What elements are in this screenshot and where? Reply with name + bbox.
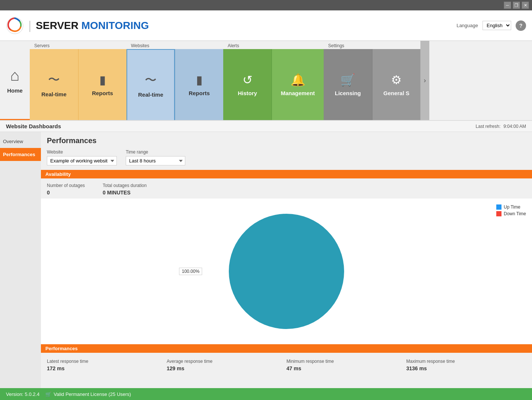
- website-form-group: Website Example of working websit: [47, 149, 117, 165]
- header-right: Language English ?: [456, 20, 526, 31]
- language-label: Language: [456, 23, 478, 28]
- title-bar: ─ ❐ ✕: [0, 0, 532, 10]
- availability-stats: Number of outages 0 Total outages durati…: [41, 181, 532, 199]
- close-button[interactable]: ✕: [522, 1, 529, 9]
- last-refresh-time: 9:04:00 AM: [503, 124, 526, 129]
- logo-icon: [6, 17, 24, 35]
- maximum-stat: Maximum response time 3136 ms: [406, 359, 526, 371]
- settings-licensing-icon: 🛒: [340, 73, 355, 87]
- alerts-history-label: History: [238, 90, 257, 96]
- servers-reports-label: Reports: [92, 90, 113, 96]
- content-panel: Performances Website Example of working …: [41, 132, 532, 399]
- content-header: Website Dashboards Last refresh: 9:04:00…: [0, 121, 532, 132]
- sidebar-item-overview[interactable]: Overview: [0, 135, 41, 148]
- websites-group: Websites 〜 Real-time ▮ Reports: [126, 41, 223, 120]
- form-row: Website Example of working websit Time r…: [41, 148, 532, 170]
- dashboard-title: Website Dashboards: [6, 123, 61, 129]
- alerts-group: Alerts ↺ History 🔔 Management: [223, 41, 324, 120]
- settings-general-item[interactable]: ⚙ General S: [372, 49, 420, 120]
- servers-realtime-item[interactable]: 〜 Real-time: [30, 49, 78, 120]
- main-area: Overview Performances Performances Websi…: [0, 132, 532, 399]
- website-label: Website: [47, 149, 117, 155]
- perf-stats: Latest response time 172 ms Average resp…: [41, 356, 532, 377]
- minimize-button[interactable]: ─: [504, 1, 511, 9]
- alerts-management-item[interactable]: 🔔 Management: [272, 49, 324, 120]
- svg-point-3: [229, 214, 344, 329]
- alerts-history-item[interactable]: ↺ History: [223, 49, 272, 120]
- nav-bar: ⌂ Home Servers 〜 Real-time ▮ Reports Web…: [0, 41, 532, 121]
- websites-reports-icon: ▮: [196, 73, 203, 87]
- servers-realtime-label: Real-time: [41, 91, 67, 97]
- logo-monitoring: MONITORING: [81, 20, 149, 31]
- logo-separator: |: [28, 19, 31, 32]
- alerts-management-label: Management: [281, 90, 315, 96]
- latest-stat: Latest response time 172 ms: [47, 359, 167, 371]
- minimum-value: 47 ms: [286, 365, 406, 371]
- servers-realtime-icon: 〜: [48, 72, 60, 88]
- average-stat: Average response time 129 ms: [167, 359, 286, 371]
- pie-container: 100.00%: [47, 204, 526, 338]
- settings-general-icon: ⚙: [391, 73, 402, 87]
- help-button[interactable]: ?: [516, 20, 526, 31]
- servers-reports-item[interactable]: ▮ Reports: [78, 49, 126, 120]
- settings-general-label: General S: [383, 90, 409, 96]
- performances-section-bar: Performances: [41, 344, 532, 353]
- websites-realtime-item[interactable]: 〜 Real-time: [126, 49, 175, 120]
- pie-percent-label: 100.00%: [179, 268, 202, 275]
- timerange-select[interactable]: Last 8 hours: [126, 156, 185, 165]
- pie-chart: [227, 212, 346, 331]
- latest-value: 172 ms: [47, 365, 167, 371]
- outages-label: Number of outages: [47, 183, 85, 188]
- status-bar: Version: 5.0.2.4 🛒 Valid Permanent Licen…: [0, 388, 532, 400]
- panel-title: Performances: [41, 132, 532, 148]
- average-label: Average response time: [167, 359, 286, 364]
- duration-value: 0 MINUTES: [103, 190, 147, 196]
- duration-block: Total outages duration 0 MINUTES: [103, 183, 147, 196]
- minimum-label: Minimum response time: [286, 359, 406, 364]
- latest-label: Latest response time: [47, 359, 167, 364]
- servers-group: Servers 〜 Real-time ▮ Reports: [30, 41, 126, 120]
- timerange-label: Time range: [126, 149, 185, 155]
- websites-label: Websites: [126, 41, 223, 49]
- maximum-value: 3136 ms: [406, 365, 526, 371]
- nav-home[interactable]: ⌂ Home: [0, 41, 30, 120]
- websites-reports-item[interactable]: ▮ Reports: [175, 49, 223, 120]
- average-value: 129 ms: [167, 365, 286, 371]
- version-text: Version: 5.0.2.4: [6, 391, 39, 397]
- availability-section-bar: Availability: [41, 170, 532, 178]
- websites-reports-label: Reports: [189, 90, 210, 96]
- nav-expand-button[interactable]: ›: [420, 41, 429, 120]
- home-icon: ⌂: [10, 67, 19, 84]
- chart-area: Up Time Down Time 100.00%: [41, 199, 532, 344]
- maximum-label: Maximum response time: [406, 359, 526, 364]
- license-text: Valid Permanent License (25 Users): [54, 391, 131, 397]
- license-info: 🛒 Valid Permanent License (25 Users): [45, 391, 131, 397]
- home-label: Home: [7, 87, 23, 94]
- last-refresh-label: Last refresh:: [476, 124, 501, 129]
- alerts-management-icon: 🔔: [291, 73, 305, 87]
- sidebar: Overview Performances: [0, 132, 41, 399]
- header: | SERVER MONITORING Language English ?: [0, 10, 532, 41]
- cart-icon: 🛒: [45, 391, 51, 397]
- logo-text: SERVER MONITORING: [36, 20, 149, 32]
- settings-label: Settings: [324, 41, 420, 49]
- settings-licensing-item[interactable]: 🛒 Licensing: [324, 49, 372, 120]
- language-select[interactable]: English: [483, 21, 511, 30]
- alerts-history-icon: ↺: [243, 73, 253, 87]
- timerange-form-group: Time range Last 8 hours: [126, 149, 185, 165]
- duration-label: Total outages duration: [103, 183, 147, 188]
- servers-label: Servers: [30, 41, 126, 49]
- settings-licensing-label: Licensing: [335, 90, 361, 96]
- minimum-stat: Minimum response time 47 ms: [286, 359, 406, 371]
- outages-block: Number of outages 0: [47, 183, 85, 196]
- websites-realtime-icon: 〜: [145, 72, 157, 88]
- alerts-label: Alerts: [223, 41, 324, 49]
- restore-button[interactable]: ❐: [513, 1, 520, 9]
- website-select[interactable]: Example of working websit: [47, 156, 117, 165]
- outages-value: 0: [47, 190, 85, 196]
- refresh-info: Last refresh: 9:04:00 AM: [476, 124, 526, 129]
- sidebar-item-performances[interactable]: Performances: [0, 148, 41, 161]
- logo-area: | SERVER MONITORING: [6, 17, 456, 35]
- settings-group: Settings 🛒 Licensing ⚙ General S: [324, 41, 420, 120]
- servers-reports-icon: ▮: [99, 73, 106, 87]
